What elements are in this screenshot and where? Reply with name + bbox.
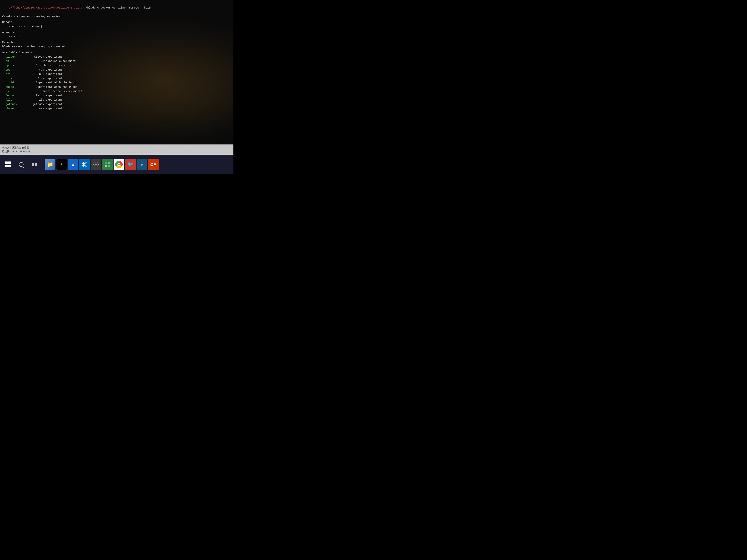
examples-content: blade create cpu load --cpu-percent 60 — [2, 45, 231, 49]
jetbrains-icon: P — [60, 163, 62, 166]
command-name: disk — [2, 76, 21, 81]
ie-icon: e — [141, 161, 143, 167]
svg-point-0 — [95, 163, 97, 165]
aliases-content: create, c — [2, 35, 231, 39]
examples-header: Examples: — [2, 41, 231, 45]
aliases-header: Aliases: — [2, 30, 231, 35]
command-name: ck — [2, 59, 21, 63]
usage-content: blade create [command] — [2, 24, 231, 29]
svg-rect-1 — [105, 162, 107, 164]
command-desc: Cpu experiment — [21, 68, 62, 72]
task-view-button[interactable] — [28, 158, 41, 171]
taskbar-red-app[interactable]: 🐦 — [125, 159, 136, 170]
svg-rect-2 — [108, 162, 110, 164]
svg-rect-3 — [105, 165, 107, 167]
title-line: Create a chaos engineering experiment — [2, 15, 231, 19]
command-list: aliyun Aliyun experiment ck Clickhouse e… — [2, 55, 231, 111]
command-desc: Experiment with the Dubbo — [21, 85, 77, 89]
red-app-icon: 🐦 — [127, 161, 133, 167]
usage-header: Usage: — [2, 20, 231, 24]
taskbar: 📁 P W � — [0, 155, 233, 174]
windows-start-button[interactable] — [1, 158, 14, 171]
command-name: cplus — [2, 63, 21, 68]
oa-icon-label: OA — [150, 162, 157, 167]
command-desc: ElasticSearch experiment! — [21, 90, 82, 93]
command-desc: Clickhouse experiment — [21, 60, 76, 63]
command-item: disk Disk experiment — [2, 76, 231, 81]
command-name: es — [2, 89, 21, 94]
taskbar-oa-app[interactable]: OA — [148, 159, 159, 170]
status-bar: 仅将文本发送到当前选项卡 已连接 122.46.137.202:22。 — [0, 144, 233, 155]
command-item: cpu Cpu experiment — [2, 68, 231, 72]
status-line-2: 已连接 122.46.137.202:22。 — [2, 150, 231, 154]
taskbar-ie-app[interactable]: e — [136, 159, 147, 170]
command-desc: hbase experiment! — [21, 107, 64, 110]
command-desc: File experiment — [21, 98, 62, 102]
commands-header: Available Commands: — [2, 51, 231, 55]
command-item: feign feign experiment — [2, 94, 231, 98]
taskbar-chrome-app[interactable] — [113, 159, 124, 170]
command-desc: CRI experiment — [21, 73, 62, 76]
prompt-host: dkfhchzkfapp01e:/approot1/chaosblade-1.7… — [9, 6, 79, 9]
command-item: file File experiment — [2, 98, 231, 102]
command-item: cplus C++ chaos experiments — [2, 63, 231, 68]
command-desc: Experiment with the Druid — [21, 81, 77, 84]
taskbar-divider — [43, 159, 43, 170]
command-item: gateway gateway experiment! — [2, 102, 231, 106]
command-name: hbase — [2, 106, 21, 111]
active-indicator — [151, 169, 156, 169]
gear-icon — [93, 161, 99, 168]
command-item: es ElasticSearch experiment! — [2, 89, 231, 94]
command-item: druid Experiment with the Druid — [2, 81, 231, 85]
command-desc: C++ chaos experiments — [21, 64, 71, 67]
command-desc: feign experiment — [21, 94, 62, 97]
taskbar-vscode-app[interactable] — [79, 159, 90, 170]
green-app-icon — [104, 161, 111, 168]
command-item: ck Clickhouse experiment — [2, 59, 231, 63]
prompt-line: dkfhchzkfapp01e:/approot1/chaosblade-1.7… — [2, 1, 231, 15]
wps-icon: W — [72, 162, 74, 167]
command-name: druid — [2, 81, 21, 85]
command-item: aliyun Aliyun experiment — [2, 55, 231, 59]
command-name: file — [2, 98, 21, 102]
command-desc: Disk experiment — [21, 77, 62, 80]
taskbar-search-button[interactable] — [15, 158, 27, 171]
taskbar-settings-app[interactable] — [91, 159, 101, 170]
command-desc: Aliyun experiment — [21, 55, 62, 58]
terminal-window[interactable]: dkfhchzkfapp01e:/approot1/chaosblade-1.7… — [0, 0, 233, 144]
taskbar-jetbrains-app[interactable]: P — [56, 159, 67, 170]
task-view-icon — [32, 163, 37, 166]
command-item: cri CRI experiment — [2, 72, 231, 76]
windows-logo-icon — [5, 161, 11, 167]
command-name: cri — [2, 72, 21, 76]
command-name: dubbo — [2, 85, 21, 89]
folder-icon: 📁 — [47, 161, 53, 167]
prompt-separator — [79, 6, 81, 9]
svg-rect-4 — [108, 165, 110, 167]
command-name: feign — [2, 94, 21, 98]
prompt-command: # ./blade c docker container remove --he… — [81, 6, 151, 9]
status-line-1: 仅将文本发送到当前选项卡 — [2, 146, 231, 150]
vscode-icon — [81, 161, 88, 168]
taskbar-green-app[interactable] — [102, 159, 113, 170]
search-icon — [19, 162, 24, 167]
command-item: dubbo Experiment with the Dubbo — [2, 85, 231, 89]
taskbar-wps-app[interactable]: W — [68, 159, 78, 170]
chrome-icon — [115, 161, 123, 168]
taskbar-folder-app[interactable]: 📁 — [45, 159, 55, 170]
command-name: gateway — [2, 102, 21, 106]
command-name: aliyun — [2, 55, 21, 59]
command-item: hbase hbase experiment! — [2, 106, 231, 111]
command-name: cpu — [2, 68, 21, 72]
command-desc: gateway experiment! — [21, 103, 64, 106]
